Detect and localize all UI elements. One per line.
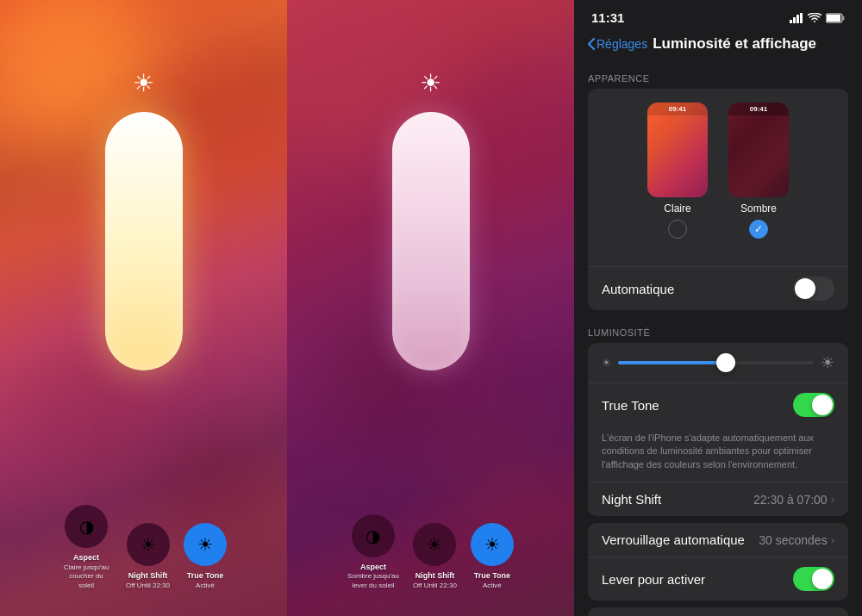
- wifi-icon: [808, 13, 821, 23]
- luminosity-slider-section: ☀ ☀: [588, 343, 848, 383]
- claire-time: 09:41: [647, 103, 708, 115]
- verrouillage-value: 30 secondes ›: [759, 533, 834, 547]
- nightshift-row[interactable]: Night Shift 22:30 à 07:00 ›: [588, 482, 848, 516]
- appearance-claire[interactable]: 09:41 Claire: [647, 103, 708, 239]
- battery-icon: [826, 13, 845, 23]
- page-title: Luminosité et affichage: [653, 35, 816, 53]
- appearance-options: 09:41 Claire 09:41 Sombre ✓: [602, 103, 834, 239]
- brightness-fill: [618, 361, 726, 364]
- nightshift-chevron: ›: [831, 493, 834, 506]
- brightness-icon-light: ☀: [133, 69, 154, 97]
- nightshift-label: Night Shift: [602, 492, 661, 507]
- nightshift-circle-dark[interactable]: ☀: [413, 523, 456, 566]
- sombre-radio[interactable]: ✓: [749, 220, 768, 239]
- brightness-panel-light: ☀ ◑ Aspect Claire jusqu'aucoucher du sol…: [0, 0, 287, 616]
- svg-rect-0: [790, 20, 792, 23]
- svg-rect-6: [843, 16, 845, 20]
- aspect-circle-light[interactable]: ◑: [65, 505, 108, 548]
- signal-icon: [790, 13, 803, 23]
- claire-radio[interactable]: [668, 220, 687, 239]
- settings-panel: 11:31 Ré: [574, 0, 862, 616]
- sun-small-icon: ☀: [602, 357, 611, 369]
- nightshift-label-light: Night Shift Off Until 22:30: [126, 571, 170, 590]
- truetone-label: True Tone: [602, 398, 659, 413]
- aspect-circle-dark[interactable]: ◑: [352, 514, 395, 557]
- control-nightshift-dark[interactable]: ☀ Night Shift Off Until 22:30: [413, 523, 457, 590]
- nightshift-circle-light[interactable]: ☀: [127, 523, 170, 566]
- truetone-toggle[interactable]: [793, 393, 834, 417]
- brightness-icon-dark: ☀: [420, 69, 441, 97]
- nightshift-label-dark: Night Shift Off Until 22:30: [413, 571, 457, 590]
- luminosity-slider-row: ☀ ☀: [602, 353, 834, 372]
- claire-label: Claire: [664, 202, 690, 215]
- aspect-label-dark: Aspect Sombre jusqu'aulever du soleil: [347, 563, 399, 590]
- truetone-circle-light[interactable]: ☀: [184, 523, 227, 566]
- control-nightshift-light[interactable]: ☀ Night Shift Off Until 22:30: [126, 523, 170, 590]
- control-truetone-dark[interactable]: ☀ True Tone Activé: [471, 523, 514, 590]
- automatique-label: Automatique: [602, 282, 674, 296]
- truetone-label-dark: True Tone Activé: [474, 571, 510, 590]
- appearance-options-container: 09:41 Claire 09:41 Sombre ✓: [588, 89, 848, 266]
- back-label: Réglages: [597, 37, 647, 51]
- verrouillage-chevron: ›: [831, 533, 834, 546]
- section-luminosite: LUMINOSITÉ: [574, 317, 862, 343]
- status-bar: 11:31: [574, 0, 862, 32]
- back-button[interactable]: Réglages: [588, 37, 647, 51]
- taille-settings-group: Taille du texte › Texte en gras ›: [588, 607, 848, 616]
- lever-toggle[interactable]: [793, 567, 834, 591]
- aspect-label-light: Aspect Claire jusqu'aucoucher du soleil: [60, 553, 112, 590]
- bottom-controls-dark: ◑ Aspect Sombre jusqu'aulever du soleil …: [287, 514, 574, 590]
- control-truetone-light[interactable]: ☀ True Tone Activé: [184, 523, 227, 590]
- automatique-row: Automatique: [588, 266, 848, 310]
- brightness-slider-light[interactable]: [105, 112, 183, 370]
- nightshift-value: 22:30 à 07:00 ›: [753, 493, 834, 507]
- truetone-row: True Tone: [588, 383, 848, 426]
- svg-rect-1: [793, 17, 796, 23]
- svg-rect-5: [827, 15, 840, 22]
- status-time: 11:31: [591, 10, 624, 25]
- brightness-slider-dark[interactable]: [392, 112, 470, 370]
- bottom-controls-light: ◑ Aspect Claire jusqu'aucoucher du solei…: [0, 505, 287, 590]
- status-icons: [790, 13, 845, 23]
- verrouillage-row[interactable]: Verrouillage automatique 30 secondes ›: [588, 523, 848, 557]
- other-settings-group: Verrouillage automatique 30 secondes › L…: [588, 523, 848, 600]
- svg-rect-3: [800, 13, 803, 23]
- brightness-track[interactable]: [618, 361, 814, 364]
- luminosite-group: ☀ ☀ True Tone L'écran de l'iPhone s'adap…: [588, 343, 848, 516]
- verrouillage-label: Verrouillage automatique: [602, 532, 745, 547]
- brightness-panel-dark: ☀ ◑ Aspect Sombre jusqu'aulever du solei…: [287, 0, 574, 616]
- sombre-label: Sombre: [740, 202, 777, 215]
- svg-rect-2: [796, 15, 799, 23]
- truetone-circle-dark[interactable]: ☀: [471, 523, 514, 566]
- lever-row: Lever pour activer: [588, 557, 848, 600]
- sombre-time: 09:41: [728, 103, 789, 115]
- brightness-thumb[interactable]: [716, 353, 735, 372]
- sombre-preview: 09:41: [728, 103, 789, 197]
- automatique-toggle[interactable]: [793, 277, 834, 301]
- appearance-group: 09:41 Claire 09:41 Sombre ✓ Automatique: [588, 89, 848, 310]
- truetone-description: L'écran de l'iPhone s'adapte automatique…: [588, 426, 848, 482]
- lever-label: Lever pour activer: [602, 572, 705, 587]
- control-aspect-dark[interactable]: ◑ Aspect Sombre jusqu'aulever du soleil: [347, 514, 399, 590]
- truetone-label-light: True Tone Activé: [187, 571, 223, 590]
- back-chevron-icon: [588, 38, 595, 50]
- appearance-sombre[interactable]: 09:41 Sombre ✓: [728, 103, 789, 239]
- nav-header: Réglages Luminosité et affichage: [574, 32, 862, 63]
- control-aspect-light[interactable]: ◑ Aspect Claire jusqu'aucoucher du solei…: [60, 505, 112, 590]
- claire-preview: 09:41: [647, 103, 708, 197]
- taille-texte-row[interactable]: Taille du texte ›: [588, 607, 848, 616]
- sun-large-icon: ☀: [821, 353, 834, 372]
- section-apparence: APPARENCE: [574, 63, 862, 89]
